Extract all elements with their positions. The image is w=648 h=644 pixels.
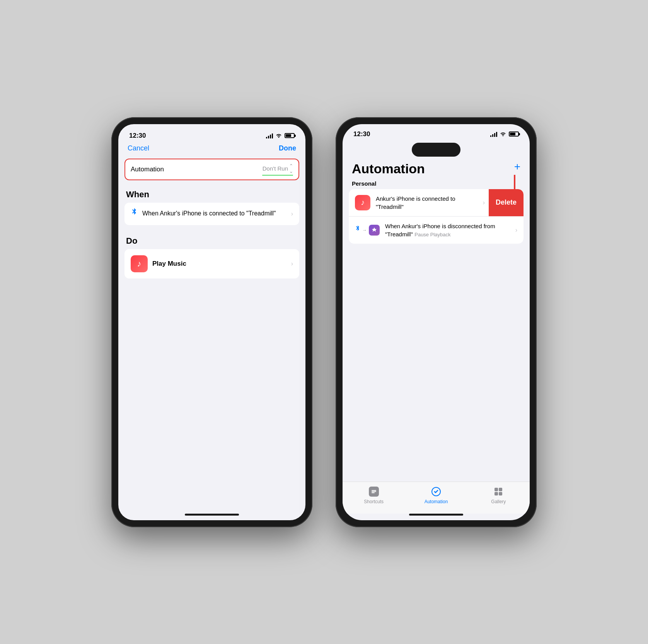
tab-bar: Shortcuts Automation <box>343 482 530 514</box>
nav-bar: Cancel Done <box>118 143 305 155</box>
music-app-icon: ♪ <box>131 255 148 272</box>
svg-rect-6 <box>499 492 502 495</box>
item-subtitle-2: Pause Playback <box>414 232 450 237</box>
dont-run-label[interactable]: Don't Run ⌃⌄ <box>263 163 293 174</box>
when-chevron-icon: › <box>291 210 293 217</box>
status-bar-right: 12:30 <box>343 124 530 138</box>
status-icons-left <box>266 132 295 139</box>
shortcuts-icon-small <box>369 225 380 236</box>
page-header: Automation + <box>343 157 530 176</box>
item-text-group-2: When Ankur's iPhone is disconnected from… <box>385 222 510 238</box>
dont-run-underline <box>262 175 293 176</box>
shortcuts-tab-icon <box>368 486 380 497</box>
personal-label: Personal <box>343 176 530 189</box>
done-button[interactable]: Done <box>279 144 296 152</box>
battery-icon <box>285 133 295 138</box>
chevron-updown-icon: ⌃⌄ <box>289 163 293 174</box>
bluetooth-icon <box>131 208 138 220</box>
delete-button[interactable]: Delete <box>489 189 524 216</box>
item-title-1: Ankur's iPhone is connected to "Treadmil… <box>376 195 455 210</box>
add-button[interactable]: + <box>514 161 520 173</box>
gallery-tab-icon <box>493 486 504 497</box>
svg-rect-3 <box>495 488 498 491</box>
item-chevron-1: › <box>483 199 485 206</box>
battery-icon-right <box>509 132 519 137</box>
automation-item-2[interactable]: → When Ankur's iPhone is disconnected fr… <box>349 216 524 244</box>
add-btn-area[interactable]: + <box>514 161 520 172</box>
automation-list-outer: ♪ Ankur's iPhone is connected to "Treadm… <box>343 189 530 244</box>
do-action-card[interactable]: ♪ Play Music › <box>124 249 299 278</box>
automation-name: Automation <box>131 166 164 173</box>
automation-tab-icon <box>430 486 442 497</box>
automation-list: ♪ Ankur's iPhone is connected to "Treadm… <box>349 189 524 244</box>
signal-icon-right <box>490 132 497 137</box>
right-phone: 12:30 <box>336 117 537 527</box>
status-time-right: 12:30 <box>353 130 370 138</box>
dont-run-container[interactable]: Don't Run ⌃⌄ <box>262 163 293 176</box>
left-phone: 12:30 Cancel Done <box>111 117 312 527</box>
gallery-tab-label: Gallery <box>491 499 506 504</box>
page-title: Automation <box>352 161 425 176</box>
when-label: When <box>118 183 305 203</box>
item-icon-shortcuts-area: → <box>355 225 380 236</box>
svg-rect-5 <box>495 492 498 495</box>
automation-tab-label: Automation <box>425 499 448 504</box>
home-indicator-right <box>409 514 463 516</box>
play-music-label: Play Music <box>152 260 186 268</box>
music-note-icon: ♪ <box>137 259 142 269</box>
arrow-right-icon: → <box>362 227 367 233</box>
signal-icon <box>266 133 273 138</box>
status-bar-left: 12:30 <box>118 124 305 143</box>
wifi-icon-right <box>500 131 506 138</box>
when-trigger-card[interactable]: When Ankur's iPhone is connected to "Tre… <box>124 203 299 225</box>
dynamic-island-row <box>343 138 530 157</box>
home-indicator-left <box>185 514 239 516</box>
shortcuts-tab-label: Shortcuts <box>364 499 384 504</box>
wifi-icon <box>275 132 282 139</box>
dynamic-island <box>412 143 460 157</box>
bluetooth-small-icon <box>355 225 360 235</box>
item-text-group-1: Ankur's iPhone is connected to "Treadmil… <box>376 195 477 211</box>
do-chevron-icon: › <box>291 260 293 267</box>
status-time-left: 12:30 <box>129 132 146 140</box>
svg-rect-4 <box>499 488 502 491</box>
music-icon-1: ♪ <box>361 198 365 207</box>
title-area: Automation <box>352 161 425 176</box>
tab-automation[interactable]: Automation <box>423 486 450 504</box>
item-chevron-2: › <box>515 227 517 234</box>
when-trigger-text: When Ankur's iPhone is connected to "Tre… <box>142 209 286 218</box>
item-icon-music: ♪ <box>355 195 370 210</box>
automation-item-1[interactable]: ♪ Ankur's iPhone is connected to "Treadm… <box>349 189 524 216</box>
status-icons-right <box>490 131 519 138</box>
automation-header-row: Automation Don't Run ⌃⌄ <box>124 159 299 180</box>
tab-shortcuts[interactable]: Shortcuts <box>360 486 387 504</box>
do-label: Do <box>118 230 305 249</box>
tab-gallery[interactable]: Gallery <box>485 486 512 504</box>
cancel-button[interactable]: Cancel <box>128 144 149 152</box>
